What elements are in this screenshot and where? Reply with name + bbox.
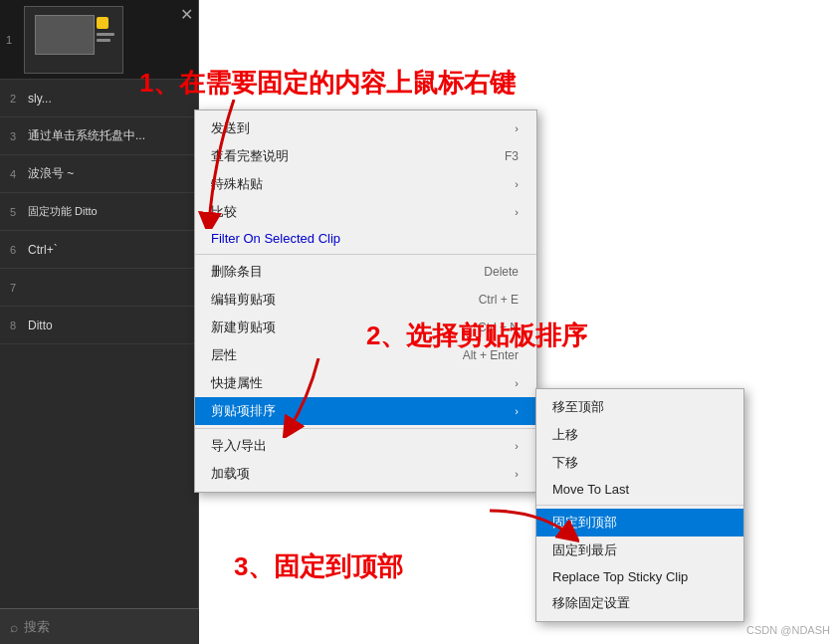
menu-item-delete[interactable]: 删除条目 Delete <box>195 258 536 286</box>
submenu-item-movetolast[interactable]: Move To Last <box>536 477 743 502</box>
menu-separator <box>195 428 536 429</box>
submenu-arrow-icon: › <box>515 122 519 134</box>
submenu-item-label: 上移 <box>552 426 578 444</box>
menu-item-editclip[interactable]: 编辑剪贴项 Ctrl + E <box>195 286 536 314</box>
menu-item-label: 特殊粘贴 <box>211 175 263 193</box>
row-number: 3 <box>10 130 22 142</box>
submenu-item-label: 下移 <box>552 454 578 472</box>
submenu-item-label: Move To Last <box>552 482 629 497</box>
menu-item-properties[interactable]: 层性 Alt + Enter <box>195 341 536 369</box>
menu-separator <box>195 254 536 255</box>
row-number: 4 <box>10 168 22 180</box>
list-item-4[interactable]: 4 波浪号 ~ <box>0 155 198 193</box>
submenu-arrow-icon: › <box>515 377 519 389</box>
list-item-2[interactable]: 2 sly... <box>0 80 198 117</box>
list-item-3[interactable]: 3 通过单击系统托盘中... <box>0 117 198 155</box>
search-icon: ⌕ <box>10 619 18 635</box>
submenu-arrow-icon: › <box>515 468 519 480</box>
submenu-item-movedown[interactable]: 下移 <box>536 449 743 477</box>
shortcut-label: Ctrl + N <box>478 321 519 334</box>
submenu-item-stickylast[interactable]: 固定到最后 <box>536 537 743 564</box>
list-item-1[interactable]: 1 ✕ <box>0 0 198 80</box>
menu-item-label: 编辑剪贴项 <box>211 291 276 309</box>
menu-item-sendto[interactable]: 发送到 › <box>195 114 536 142</box>
menu-item-shortcuts[interactable]: 快捷属性 › <box>195 369 536 397</box>
app-background: 1 ✕ 2 sly... 3 通过单击系统托盘中... 4 波浪号 ~ 5 固定… <box>0 0 199 644</box>
menu-item-filter[interactable]: Filter On Selected Clip <box>195 226 536 251</box>
menu-item-compare[interactable]: 比较 › <box>195 198 536 226</box>
menu-item-label: 剪贴项排序 <box>211 402 276 420</box>
menu-item-label: 比较 <box>211 203 237 221</box>
shortcut-label: Alt + Enter <box>463 348 519 362</box>
menu-item-label: 加载项 <box>211 465 250 483</box>
submenu: 移至顶部 上移 下移 Move To Last 固定到顶部 固定到最后 Repl… <box>535 388 744 622</box>
list-item-8[interactable]: 8 Ditto <box>0 307 198 344</box>
thumbnail <box>24 6 123 74</box>
menu-item-specialpaste[interactable]: 特殊粘贴 › <box>195 170 536 198</box>
row-number: 2 <box>10 93 22 105</box>
menu-item-label: Filter On Selected Clip <box>211 231 340 246</box>
row-number: 7 <box>10 282 22 294</box>
annotation-step3: 3、固定到顶部 <box>234 549 403 584</box>
submenu-item-label: 移至顶部 <box>552 398 604 416</box>
submenu-arrow-icon: › <box>515 206 519 218</box>
submenu-item-movetotop[interactable]: 移至顶部 <box>536 393 743 421</box>
item-content: Ditto <box>28 319 53 332</box>
search-bar[interactable]: ⌕ 搜索 <box>0 608 199 644</box>
menu-item-viewfull[interactable]: 查看完整说明 F3 <box>195 142 536 170</box>
item-content: 波浪号 ~ <box>28 165 74 182</box>
submenu-item-label: Replace Top Sticky Clip <box>552 569 688 584</box>
submenu-arrow-icon: › <box>515 178 519 190</box>
watermark: CSDN @NDASH <box>746 624 830 636</box>
shortcut-label: Ctrl + E <box>479 293 519 307</box>
submenu-item-label: 固定到最后 <box>552 541 617 559</box>
menu-item-label: 新建剪贴项 <box>211 319 276 336</box>
submenu-arrow-icon: › <box>515 405 519 417</box>
item-content: Ctrl+` <box>28 243 58 257</box>
menu-item-label: 删除条目 <box>211 263 263 281</box>
item-content: sly... <box>28 92 52 106</box>
list-item-5[interactable]: 5 固定功能 Ditto <box>0 193 198 231</box>
menu-item-newclip[interactable]: 新建剪贴项 Ctrl + N <box>195 314 536 341</box>
menu-item-label: 快捷属性 <box>211 374 263 392</box>
list-item-6[interactable]: 6 Ctrl+` <box>0 231 198 269</box>
submenu-item-moveup[interactable]: 上移 <box>536 421 743 449</box>
item-content: 通过单击系统托盘中... <box>28 127 145 144</box>
menu-item-clipsort[interactable]: 剪贴项排序 › <box>195 397 536 425</box>
menu-item-label: 层性 <box>211 346 237 364</box>
shortcut-label: F3 <box>505 149 519 163</box>
menu-item-label: 查看完整说明 <box>211 147 289 165</box>
item-content: 固定功能 Ditto <box>28 204 98 219</box>
menu-item-importexport[interactable]: 导入/导出 › <box>195 432 536 460</box>
close-icon[interactable]: ✕ <box>180 5 193 24</box>
list-item-7[interactable]: 7 <box>0 269 198 307</box>
search-text: 搜索 <box>24 618 50 636</box>
submenu-arrow-icon: › <box>515 440 519 452</box>
submenu-item-stickytop[interactable]: 固定到顶部 <box>536 509 743 537</box>
menu-item-label: 发送到 <box>211 119 250 137</box>
submenu-item-label: 移除固定设置 <box>552 594 630 612</box>
row-number: 8 <box>10 320 22 331</box>
menu-separator <box>536 505 743 506</box>
menu-item-label: 导入/导出 <box>211 437 267 455</box>
context-menu: 发送到 › 查看完整说明 F3 特殊粘贴 › 比较 › Filter On Se… <box>194 109 537 493</box>
row-number: 5 <box>10 206 22 218</box>
menu-item-addins[interactable]: 加载项 › <box>195 460 536 488</box>
row-number: 6 <box>10 244 22 256</box>
submenu-item-label: 固定到顶部 <box>552 514 617 532</box>
submenu-item-removesticky[interactable]: 移除固定设置 <box>536 589 743 617</box>
submenu-item-replacesticky[interactable]: Replace Top Sticky Clip <box>536 564 743 589</box>
row-number: 1 <box>6 34 18 46</box>
shortcut-label: Delete <box>484 265 519 279</box>
